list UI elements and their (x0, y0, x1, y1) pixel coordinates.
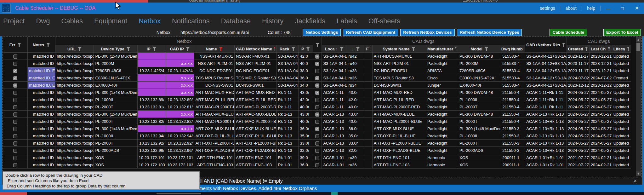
cell-lifecycle[interactable]: Updated (612, 96, 631, 103)
table-row[interactable]: matched IDhttps://netbox.foxsporPL-300 (… (3, 53, 631, 60)
table-row[interactable]: ✓matched ID. Erhttps://netbox.foxspor728… (3, 67, 631, 74)
cell-ru[interactable]: 43.0r (347, 89, 365, 96)
cell-pos[interactable]: 40.0 (299, 60, 313, 67)
cell-cad_ip[interactable]: 10.23.132.92/ (166, 140, 194, 147)
cell-cad_ip[interactable]: x.x.x.x (166, 125, 194, 132)
menu-item-history[interactable]: History (262, 17, 283, 25)
checkbox[interactable]: ✓ (315, 83, 319, 88)
cell-rks[interactable]: ACAR 1-11+Rk 1-11 (525, 96, 567, 103)
cell-loca[interactable]: ACAR 1-13 (322, 132, 347, 140)
cell-rack[interactable]: Rk 1-01 (276, 161, 299, 169)
cell-lifecycle[interactable]: Updated (612, 154, 631, 161)
cell-url[interactable]: https://netbox.foxspor (55, 60, 94, 67)
cell-chk[interactable]: ✓ (313, 82, 322, 89)
cell-url[interactable]: https://netbox.foxspor (55, 111, 94, 118)
cell-loca[interactable]: ACAR 1-11 (322, 96, 347, 103)
checkbox[interactable] (13, 141, 17, 146)
cell-model[interactable]: EX4600-40F (458, 82, 501, 89)
cell-url[interactable]: https://netbox.foxspor (55, 140, 94, 147)
cell-device_type[interactable]: PL-300 (1x48 Mux/Demu (94, 53, 137, 60)
filter-icon[interactable] (219, 47, 223, 51)
cell-lifecycle[interactable]: Updated (612, 111, 631, 118)
cell-notes[interactable]: matched ID (28, 118, 55, 125)
cell-system_name[interactable]: ART-DTH-ENC-101 (372, 154, 426, 161)
cell-notes[interactable]: matched ID (28, 125, 55, 132)
column-header-err[interactable]: Err (3, 37, 28, 53)
cell-created[interactable]: 2024-05-27 (567, 103, 589, 111)
table-row[interactable]: matched IDhttps://netbox.foxsporXOS10.23… (3, 154, 631, 161)
cell-rack[interactable]: Rk 1-13 (276, 132, 299, 140)
cell-cad_ip[interactable]: x.x.x.x (166, 111, 194, 118)
cell-url[interactable]: https://netbox.foxspor (55, 118, 94, 125)
cell-url[interactable]: https://netbox.foxspor (55, 103, 94, 111)
cell-loca[interactable]: ACAR 1-13 (322, 118, 347, 125)
cell-device_type[interactable]: PL-300 (1x48 Mux/Demu (94, 111, 137, 118)
cell-cad_netbox_name[interactable]: ART-OXF-PL2000T-BLUE (235, 140, 276, 147)
cell-rack[interactable]: S3-1AA-04- (276, 53, 299, 60)
cell-name[interactable]: ART-OXF-PL2ADS-BLUE (194, 147, 234, 154)
cell-ip[interactable]: 10.23.172.103 (137, 161, 166, 169)
cell-model[interactable]: PL-2000ADS (458, 147, 501, 154)
cell-url[interactable]: https://netbox.foxspor (55, 161, 94, 169)
cell-model[interactable]: PL-2000T (458, 103, 501, 111)
cell-cad_netbox_name[interactable]: ART-OXF-PL2ADS-BLUE (235, 147, 276, 154)
cell-ru[interactable]: ru38 (347, 67, 365, 74)
cell-ru[interactable]: ru36 (347, 74, 365, 82)
maximize-button[interactable]: □ (615, 6, 630, 11)
cell-rack[interactable]: S3-1AA-04- (276, 60, 299, 67)
cell-ip[interactable] (137, 125, 166, 132)
cell-cad_netbox_name[interactable]: ART-DTH-ENC-103 (235, 161, 276, 169)
cell-system_name[interactable]: ART-MAC-PL1IL-RED (372, 96, 426, 103)
cell-system_name[interactable]: DC-NS3-SW01 (372, 82, 426, 89)
cell-name[interactable]: NS3-ART-PL2M-01 (194, 60, 234, 67)
cell-cad_ip[interactable]: x.x.x.x (166, 89, 194, 96)
cell-ru[interactable]: 32.0r (347, 147, 365, 154)
cell-pos[interactable]: 43.0r (299, 89, 313, 96)
column-header-manufacturer[interactable]: Manufacturer (426, 45, 458, 53)
checkbox[interactable] (13, 156, 17, 160)
cell-chk[interactable] (313, 154, 322, 161)
column-header-last_ch[interactable]: Last Ch (589, 45, 612, 53)
column-header-url[interactable]: URL (55, 45, 94, 53)
cell-dwg_num[interactable]: 211550-4 (501, 103, 525, 111)
cell-name[interactable]: DC-NS3-SW01 (194, 82, 234, 89)
cell-name[interactable]: ART-OXF-PL2000T-BLUE (194, 140, 234, 147)
cell-url[interactable]: https://netbox.foxspor (55, 89, 94, 96)
cell-err[interactable] (3, 111, 28, 118)
cell-rks[interactable]: S3-1AA-04-12+S3-1AA (525, 53, 567, 60)
checkbox[interactable]: ✓ (315, 127, 319, 131)
cell-cad_ip[interactable]: 10.23.1.42/24 (166, 67, 194, 74)
checkbox[interactable] (13, 98, 17, 102)
cell-last_ch[interactable]: 2024-05-27 (589, 132, 612, 140)
cell-model[interactable]: 7280SR-48C6 (458, 67, 501, 74)
cell-last_ch[interactable]: 2024-05-27 (589, 140, 612, 147)
scrollbar-thumb[interactable] (636, 43, 640, 51)
cell-cad_netbox_name[interactable]: ART-OXF-PL1IL-BLUE (235, 132, 276, 140)
table-row[interactable]: ✓matched ID. Erhttps://netbox.foxsporC83… (3, 74, 631, 82)
filter-icon[interactable] (46, 43, 50, 47)
table-row[interactable]: matched IDhttps://netbox.foxsporPL-300 (… (3, 125, 631, 132)
cell-loca[interactable]: S3-1AA-04-1 (322, 67, 347, 74)
cell-rks[interactable]: S3-1AA-04-12+S3-1AA (525, 82, 567, 89)
cell-created[interactable]: 2024-05-27 (567, 132, 589, 140)
cell-system_name[interactable]: ART-MAC-PL2000T-BLUE (372, 118, 426, 125)
cell-model[interactable]: XOS (458, 154, 501, 161)
cell-pos[interactable]: 36.0 (299, 161, 313, 169)
cell-cad_ip[interactable] (166, 53, 194, 60)
cell-f[interactable] (365, 111, 372, 118)
cell-url[interactable]: https://netbox.foxspor (55, 154, 94, 161)
about-link[interactable]: about (560, 6, 581, 11)
cell-device_type[interactable]: PL-2000T (94, 103, 137, 111)
cell-loca[interactable]: S3-1AA-04-1 (322, 53, 347, 60)
cell-notes[interactable]: matched ID (28, 60, 55, 67)
cell-manufacturer[interactable]: Harmonic (426, 161, 458, 169)
cell-cad_netbox_name[interactable]: DC-NS3-SW01 (235, 82, 276, 89)
checkbox[interactable] (13, 62, 17, 66)
refresh-netbox-device-types-button[interactable]: Refresh Netbox Device Types (457, 29, 522, 36)
cell-created[interactable]: 2024-05-27 (567, 140, 589, 147)
cell-rks[interactable]: ACAR 1-13+Rk 1-13 (525, 132, 567, 140)
column-header-rack[interactable]: Rack (276, 45, 299, 53)
cell-ip[interactable] (137, 111, 166, 118)
cell-cad_netbox_name[interactable]: ART-MAC-PL2000T-BLUE (235, 118, 276, 125)
cell-manufacturer[interactable]: Packetlight (426, 132, 458, 140)
